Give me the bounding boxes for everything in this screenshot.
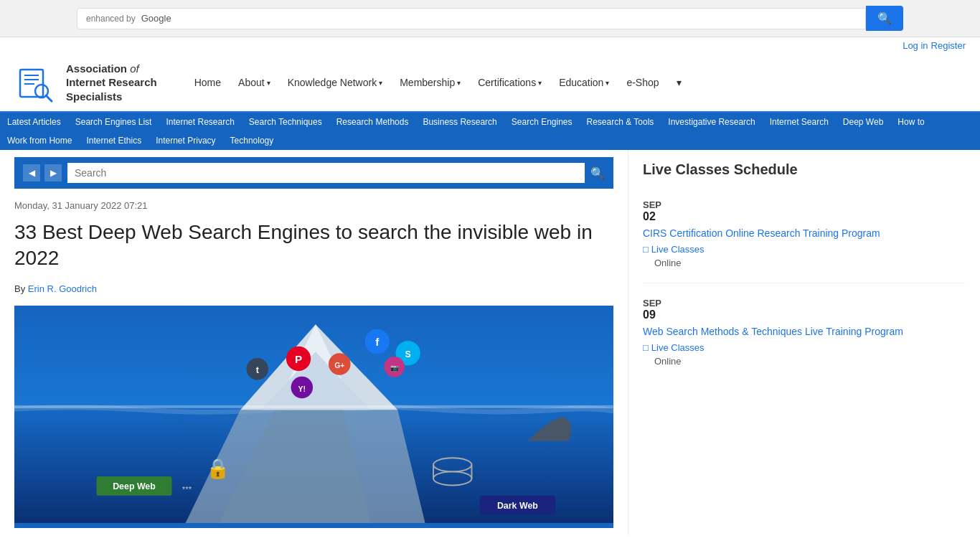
login-link[interactable]: Log in bbox=[903, 40, 928, 51]
article-author: By Erin R. Goodrich bbox=[14, 283, 613, 294]
nav-deep-web[interactable]: Deep Web bbox=[836, 113, 890, 131]
svg-text:P: P bbox=[295, 352, 302, 364]
nav-search-techniques[interactable]: Search Techniques bbox=[242, 113, 329, 131]
svg-text:t: t bbox=[256, 365, 259, 375]
article-title: 33 Best Deep Web Search Engines to searc… bbox=[14, 220, 613, 272]
nav-membership[interactable]: Membership ▾ bbox=[391, 71, 469, 94]
sidebar: Live Classes Schedule SEP 02 CIRS Certif… bbox=[628, 150, 979, 535]
schedule-item-2: SEP 09 Web Search Methods & Techniques L… bbox=[643, 298, 965, 381]
schedule-tag-link-2[interactable]: Live Classes bbox=[651, 342, 705, 353]
back-button[interactable]: ◀ bbox=[23, 164, 40, 182]
article-hero-image: f P S t G+ Y! 📷 bbox=[14, 306, 613, 528]
svg-text:📷: 📷 bbox=[390, 364, 399, 372]
svg-text:Dark Web: Dark Web bbox=[497, 501, 538, 511]
register-link[interactable]: Register bbox=[931, 40, 966, 51]
google-search-button[interactable]: 🔍 bbox=[866, 6, 903, 31]
nav-about[interactable]: About ▾ bbox=[230, 71, 279, 94]
nav-eshop[interactable]: e-Shop bbox=[618, 71, 667, 94]
nav-internet-privacy[interactable]: Internet Privacy bbox=[149, 131, 222, 150]
google-brand: Google bbox=[141, 13, 171, 24]
nav-internet-research[interactable]: Internet Research bbox=[159, 113, 241, 131]
nav-latest-articles[interactable]: Latest Articles bbox=[0, 113, 68, 131]
content-wrapper: ◀ ▶ 🔍 Monday, 31 January 2022 07:21 33 B… bbox=[0, 150, 980, 535]
nav-search-engines-list[interactable]: Search Engines List bbox=[68, 113, 159, 131]
svg-line-6 bbox=[46, 95, 52, 101]
google-search-input[interactable] bbox=[171, 13, 857, 24]
schedule-day-2: 09 bbox=[643, 309, 965, 321]
svg-text:G+: G+ bbox=[334, 362, 344, 369]
schedule-tag-icon-1: □ bbox=[643, 244, 649, 255]
schedule-event-title-1[interactable]: CIRS Certification Online Research Train… bbox=[643, 227, 965, 239]
nav-investigative-research[interactable]: Investigative Research bbox=[661, 113, 762, 131]
schedule-event-title-2[interactable]: Web Search Methods & Techniques Live Tra… bbox=[643, 326, 965, 337]
google-search-wrapper: enhanced by Google bbox=[77, 8, 866, 29]
schedule-month-1: SEP bbox=[643, 199, 965, 210]
google-search-bar: enhanced by Google 🔍 bbox=[0, 0, 980, 37]
secondary-nav: Latest Articles Search Engines List Inte… bbox=[0, 113, 980, 150]
main-nav: Home About ▾ Knowledge Network ▾ Members… bbox=[186, 71, 966, 94]
certifications-arrow: ▾ bbox=[538, 79, 542, 87]
content-search-bar: ◀ ▶ 🔍 bbox=[14, 157, 613, 189]
svg-text:Deep Web: Deep Web bbox=[113, 481, 156, 491]
schedule-tag-2: □ Live Classes bbox=[643, 342, 705, 353]
nav-home[interactable]: Home bbox=[186, 71, 230, 94]
schedule-item-1: SEP 02 CIRS Certification Online Researc… bbox=[643, 199, 965, 283]
schedule-day-1: 02 bbox=[643, 210, 965, 223]
nav-education[interactable]: Education ▾ bbox=[550, 71, 618, 94]
nav-extra-icon: ▾ bbox=[668, 71, 690, 94]
nav-knowledge-network[interactable]: Knowledge Network ▾ bbox=[279, 71, 392, 94]
nav-technology[interactable]: Technology bbox=[223, 131, 281, 150]
nav-research-tools[interactable]: Research & Tools bbox=[580, 113, 661, 131]
author-prefix: By bbox=[14, 283, 25, 294]
membership-arrow: ▾ bbox=[457, 79, 461, 87]
iceberg-svg: f P S t G+ Y! 📷 bbox=[14, 306, 613, 528]
site-name: Association of Internet Research Special… bbox=[66, 62, 157, 104]
schedule-tag-icon-2: □ bbox=[643, 342, 649, 353]
nav-certifications[interactable]: Certifications ▾ bbox=[469, 71, 550, 94]
schedule-location-1: Online bbox=[654, 258, 965, 268]
nav-search-engines[interactable]: Search Engines bbox=[504, 113, 580, 131]
svg-text:S: S bbox=[405, 349, 411, 359]
nav-research-methods[interactable]: Research Methods bbox=[329, 113, 416, 131]
nav-internet-ethics[interactable]: Internet Ethics bbox=[79, 131, 149, 150]
svg-text:🔒: 🔒 bbox=[206, 457, 230, 480]
main-column: ◀ ▶ 🔍 Monday, 31 January 2022 07:21 33 B… bbox=[0, 150, 628, 535]
content-search-submit[interactable]: 🔍 bbox=[590, 166, 605, 180]
secondary-nav-inner: Latest Articles Search Engines List Inte… bbox=[0, 113, 980, 150]
water-surface bbox=[14, 405, 613, 408]
nav-internet-search[interactable]: Internet Search bbox=[763, 113, 836, 131]
schedule-location-2: Online bbox=[654, 356, 965, 367]
logo-area: Association of Internet Research Special… bbox=[14, 61, 157, 104]
knowledge-arrow: ▾ bbox=[379, 79, 382, 87]
schedule-month-2: SEP bbox=[643, 298, 965, 309]
svg-text:Y!: Y! bbox=[298, 385, 306, 392]
site-header: Association of Internet Research Special… bbox=[0, 54, 980, 113]
forward-button[interactable]: ▶ bbox=[44, 164, 62, 182]
article-date: Monday, 31 January 2022 07:21 bbox=[14, 200, 613, 211]
nav-business-research[interactable]: Business Research bbox=[415, 113, 504, 131]
nav-work-from-home[interactable]: Work from Home bbox=[0, 131, 79, 150]
content-nav-arrows: ◀ ▶ bbox=[23, 164, 62, 182]
content-search-input[interactable] bbox=[67, 163, 585, 183]
auth-bar: Log in Register bbox=[0, 37, 980, 54]
nav-how-to[interactable]: How to bbox=[890, 113, 931, 131]
google-enhanced-label: enhanced by bbox=[86, 14, 136, 24]
schedule-tag-1: □ Live Classes bbox=[643, 244, 705, 255]
site-logo-icon bbox=[14, 61, 57, 104]
svg-text:***: *** bbox=[182, 485, 192, 494]
author-link[interactable]: Erin R. Goodrich bbox=[28, 283, 97, 294]
education-arrow: ▾ bbox=[606, 79, 609, 87]
schedule-tag-link-1[interactable]: Live Classes bbox=[651, 244, 705, 255]
about-arrow: ▾ bbox=[267, 79, 270, 87]
sidebar-title: Live Classes Schedule bbox=[643, 161, 965, 185]
